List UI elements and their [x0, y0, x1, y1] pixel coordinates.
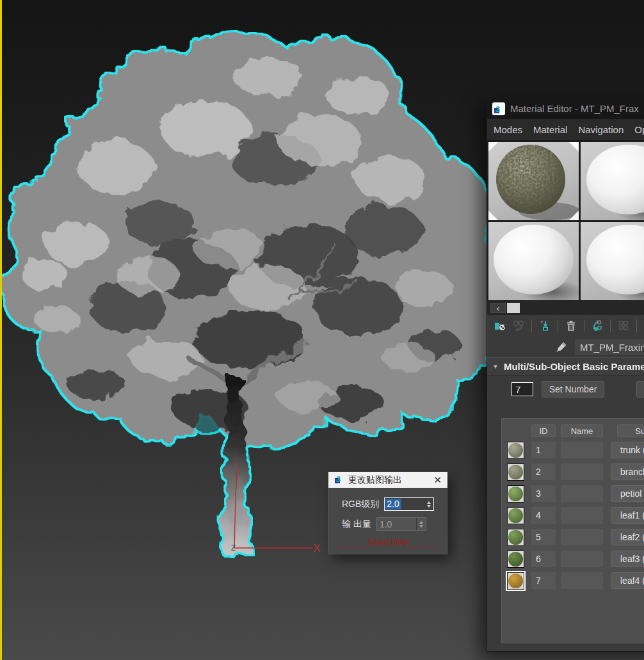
- sub-material-table: ID Name Sub-Material 1trunk (2branch (3p…: [501, 418, 644, 643]
- set-number-button[interactable]: Set Number: [542, 381, 604, 398]
- material-sphere: [508, 443, 523, 458]
- sub-material-thumbnail[interactable]: [507, 463, 524, 481]
- svg-text:3: 3: [495, 104, 500, 114]
- table-row: 4leaf1 (: [502, 507, 644, 524]
- sub-material-button[interactable]: leaf2 (: [611, 529, 644, 545]
- partial-button[interactable]: [636, 381, 644, 398]
- toolbar-separator: [558, 319, 558, 332]
- sub-material-button[interactable]: petiol (: [611, 485, 644, 502]
- table-row: 7leaf4 (: [502, 572, 644, 590]
- output-amount-row: 输 出量 1.0: [342, 517, 447, 531]
- menu-modes[interactable]: Modes: [494, 124, 522, 135]
- reset-map-mtl-icon[interactable]: [564, 319, 578, 333]
- toolbar-separator: [636, 319, 637, 332]
- menu-navigation[interactable]: Navigation: [578, 124, 624, 135]
- id-cell: 6: [531, 551, 556, 567]
- z-axis-label: Z: [231, 543, 236, 552]
- sample-sphere: [586, 225, 644, 295]
- multi-sub-parameters: 7 Set Number: [487, 376, 644, 405]
- name-cell[interactable]: [561, 507, 603, 524]
- active-viewport-border: [0, 0, 2, 660]
- put-to-library-icon[interactable]: [616, 319, 631, 333]
- sort-by-sub-material-button[interactable]: Sub-Material: [617, 424, 644, 437]
- toolbar-separator: [584, 319, 584, 332]
- sort-by-id-button[interactable]: ID: [531, 424, 556, 437]
- id-cell: 5: [531, 529, 556, 545]
- material-count-field[interactable]: 7: [511, 382, 533, 396]
- desktop: { "viewport": { "active_border_color": "…: [0, 0, 644, 660]
- searchme-watermark: ______SearchMe______: [329, 537, 447, 547]
- material-sphere: [508, 552, 523, 567]
- rgb-level-value: 2.0: [385, 499, 401, 510]
- rollout-title: Multi/Sub-Object Basic Parameters: [504, 361, 644, 372]
- rollout-header-multi-sub-object[interactable]: ▼ Multi/Sub-Object Basic Parameters: [487, 357, 644, 376]
- name-cell[interactable]: [561, 485, 603, 502]
- sub-material-button[interactable]: leaf1 (: [611, 507, 644, 524]
- menu-options[interactable]: Options: [634, 124, 644, 135]
- change-map-output-dialog[interactable]: 3 更改贴图输出 ✕ RGB级别 2.0 输 出量 1.0 ______Sear…: [328, 472, 447, 554]
- dialog-body: RGB级别 2.0 输 出量 1.0 ______SearchMe______: [328, 488, 447, 554]
- sub-material-button[interactable]: leaf3 (: [611, 551, 644, 567]
- x-axis-marker: X: [314, 543, 321, 554]
- menu-material[interactable]: Material: [533, 124, 567, 135]
- material-name-row: MT_PM_Fraxinus_: [487, 337, 644, 357]
- material-editor-window[interactable]: 3 Material Editor - MT_PM_Frax Modes Mat…: [487, 97, 644, 652]
- 3dsmax-logo-icon: 3: [334, 474, 344, 487]
- sample-slot-active[interactable]: [488, 142, 579, 220]
- sub-material-thumbnail[interactable]: [507, 572, 524, 590]
- sample-sphere: [494, 225, 573, 295]
- material-sphere: [508, 530, 523, 545]
- make-material-copy-icon[interactable]: [590, 319, 604, 333]
- toolbar-separator: [531, 319, 532, 332]
- window-title: Material Editor - MT_PM_Frax: [510, 103, 639, 114]
- output-amount-input[interactable]: 1.0: [376, 517, 426, 531]
- name-cell[interactable]: [561, 572, 603, 589]
- sample-sphere: [586, 145, 644, 215]
- rgb-level-spinner[interactable]: [424, 498, 433, 510]
- rollout-collapse-arrow[interactable]: ▼: [492, 363, 499, 370]
- 3dsmax-logo-icon: 3: [492, 102, 505, 115]
- sort-by-name-button[interactable]: Name: [561, 424, 603, 437]
- get-material-icon[interactable]: [493, 319, 507, 333]
- material-sphere: [508, 487, 523, 501]
- svg-text:3: 3: [336, 474, 341, 484]
- rgb-level-input[interactable]: 2.0: [384, 497, 434, 511]
- id-cell: 3: [531, 485, 556, 502]
- slot-scrollbar[interactable]: ‹: [487, 301, 644, 315]
- name-cell[interactable]: [561, 529, 603, 545]
- name-cell[interactable]: [561, 551, 603, 567]
- material-editor-titlebar[interactable]: 3 Material Editor - MT_PM_Frax: [487, 98, 644, 119]
- name-cell[interactable]: [561, 442, 603, 458]
- pick-material-eyedropper-icon[interactable]: [554, 340, 568, 354]
- dialog-titlebar[interactable]: 3 更改贴图输出 ✕: [328, 472, 447, 488]
- sample-slot[interactable]: [488, 222, 579, 300]
- sub-material-thumbnail[interactable]: [507, 529, 524, 546]
- material-toolbar: [487, 315, 644, 337]
- sub-material-button[interactable]: leaf4 (: [611, 572, 644, 589]
- sample-slot[interactable]: [581, 222, 644, 300]
- output-amount-label: 输 出量: [342, 519, 371, 530]
- assign-material-to-selection-icon[interactable]: [538, 319, 552, 333]
- material-name-field[interactable]: MT_PM_Fraxinus_: [575, 339, 644, 355]
- output-amount-spinner[interactable]: [416, 518, 426, 530]
- put-material-to-scene-icon[interactable]: [511, 319, 526, 333]
- sample-slot-grid: [487, 141, 644, 301]
- sub-material-button[interactable]: branch (: [611, 463, 644, 480]
- scrollbar-thumb[interactable]: [507, 303, 520, 313]
- name-cell[interactable]: [561, 463, 603, 480]
- table-row: 1trunk (: [502, 442, 644, 459]
- close-icon[interactable]: ✕: [433, 474, 442, 486]
- id-cell: 4: [531, 507, 556, 524]
- sub-material-thumbnail[interactable]: [507, 551, 524, 568]
- sub-material-thumbnail[interactable]: [507, 507, 524, 524]
- table-row: 6leaf3 (: [502, 551, 644, 568]
- id-cell: 2: [531, 463, 556, 480]
- sub-material-thumbnail[interactable]: [507, 485, 524, 503]
- sub-material-button[interactable]: trunk (: [611, 442, 644, 458]
- scroll-left-button[interactable]: ‹: [490, 303, 506, 313]
- sample-slot[interactable]: [581, 142, 644, 220]
- material-sphere: [508, 465, 523, 479]
- sub-material-thumbnail[interactable]: [507, 442, 524, 459]
- id-cell: 1: [531, 442, 556, 458]
- table-row: 2branch (: [502, 463, 644, 481]
